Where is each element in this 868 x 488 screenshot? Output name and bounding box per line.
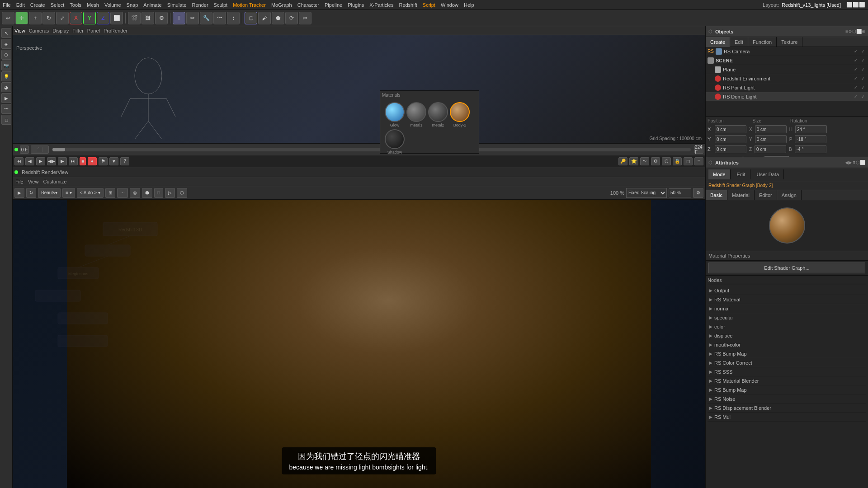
list-item[interactable]: Redshift Environment ✓ ✓ xyxy=(706,74,868,83)
node-rsbumpmap2[interactable]: ▶ RS Bump Map xyxy=(708,385,866,394)
y-axis[interactable]: Y xyxy=(83,12,96,24)
coord-z-size[interactable] xyxy=(755,145,786,153)
vis-icon[interactable]: ✓ xyxy=(853,66,859,73)
mat-tab-material[interactable]: Material xyxy=(727,190,755,200)
render-view-btn[interactable]: 🖼 xyxy=(142,12,154,24)
auto-key[interactable]: ⬛ xyxy=(31,145,49,154)
texture-view[interactable]: T xyxy=(173,12,185,24)
timeline-view[interactable]: ◻ xyxy=(684,157,693,165)
scale-percent-input[interactable] xyxy=(669,188,691,197)
menu-volume[interactable]: Volume xyxy=(104,2,121,8)
left-anim[interactable]: ▶ xyxy=(1,93,11,103)
render-play-btn[interactable]: ▶ xyxy=(14,188,24,198)
tab-panel[interactable]: Panel xyxy=(87,28,100,33)
mat-tab-editor[interactable]: Editor xyxy=(755,190,777,200)
menu-script[interactable]: Script xyxy=(423,2,435,8)
menu-snap[interactable]: Snap xyxy=(127,2,138,8)
go-start-btn[interactable]: ⏮ xyxy=(14,157,24,165)
render-extra3[interactable]: ⬡ xyxy=(177,188,187,198)
render-channel[interactable]: ≡ ▾ xyxy=(62,188,75,198)
vis-icon[interactable]: ✓ xyxy=(853,84,859,91)
render-extra1[interactable]: □ xyxy=(154,188,163,198)
undo-btn[interactable]: ↩ xyxy=(2,12,14,24)
beauty-select[interactable]: Beauty ▾ xyxy=(38,188,61,198)
left-obj[interactable]: ◈ xyxy=(1,39,11,49)
render-icon[interactable]: ✓ xyxy=(860,84,866,91)
curve-btn[interactable]: 〜 xyxy=(640,157,649,165)
left-sim[interactable]: 〜 xyxy=(1,104,11,114)
menu-motiontracker[interactable]: Motion Tracker xyxy=(233,2,266,8)
attr-tab-mode[interactable]: Mode xyxy=(708,169,731,179)
render-tab-customize[interactable]: Customize xyxy=(43,179,66,184)
objects-options-icon[interactable]: ≡⚙⬡⬜⊕ xyxy=(845,29,865,34)
prev-frame-btn[interactable]: ◀ xyxy=(25,157,34,165)
objects-tab-function[interactable]: Function xyxy=(748,37,777,47)
record-btn[interactable]: ● xyxy=(88,157,97,165)
objects-tab-texture[interactable]: Texture xyxy=(777,37,802,47)
hair-tool[interactable]: 〜 xyxy=(213,12,226,24)
coord-y-rot[interactable] xyxy=(795,135,826,143)
cube-icon[interactable]: ⬡ xyxy=(245,12,257,24)
node-displace[interactable]: ▶ displace xyxy=(708,331,866,340)
select-all[interactable]: ⬜ xyxy=(110,12,123,24)
knife-tool[interactable]: ✂ xyxy=(299,12,311,24)
node-normal[interactable]: ▶ normal xyxy=(708,304,866,313)
render-dots[interactable]: ⋯ xyxy=(117,188,128,198)
render-region[interactable]: 🎬 xyxy=(128,12,141,24)
menu-file[interactable]: File xyxy=(3,2,11,8)
coord-y-pos[interactable] xyxy=(715,135,746,143)
scale-btn[interactable]: ⤢ xyxy=(56,12,69,24)
tab-cameras[interactable]: Cameras xyxy=(29,28,49,33)
node-output[interactable]: ▶ Output xyxy=(708,286,866,295)
render-settings[interactable]: ⚙ xyxy=(155,12,168,24)
go-end-btn[interactable]: ⏭ xyxy=(69,157,78,165)
frame-end-input[interactable]: 224 F xyxy=(694,145,703,154)
coord-x-rot[interactable] xyxy=(795,125,827,133)
node-rsmul[interactable]: ▶ RS Mul xyxy=(708,413,866,422)
menu-mograph[interactable]: MoGraph xyxy=(271,2,292,8)
rotate-btn[interactable]: ↻ xyxy=(42,12,55,24)
timeline-settings[interactable]: ⚙ xyxy=(651,157,660,165)
viewport-inner[interactable]: Perspective Grid Spacing : 100000 cm 3 F xyxy=(13,35,705,143)
menu-sculpt[interactable]: Sculpt xyxy=(214,2,228,8)
loop-tool[interactable]: ⟳ xyxy=(285,12,298,24)
node-mouthcolor[interactable]: ▶ mouth-color xyxy=(708,340,866,349)
timeline-snap[interactable]: 🔒 xyxy=(673,157,682,165)
menu-xparticles[interactable]: X-Particles xyxy=(369,2,393,8)
tab-display[interactable]: Display xyxy=(52,28,69,33)
node-rssss[interactable]: ▶ RS SSS xyxy=(708,367,866,376)
menu-render[interactable]: Render xyxy=(192,2,208,8)
menu-window[interactable]: Window xyxy=(441,2,458,8)
frame-start-input[interactable]: 0 F xyxy=(20,145,29,154)
list-item[interactable]: SCENE ✓ ✓ xyxy=(706,56,868,65)
mat-tab-basic[interactable]: Basic xyxy=(706,190,727,200)
attr-tab-edit[interactable]: Edit xyxy=(732,169,750,179)
menu-create[interactable]: Create xyxy=(30,2,45,8)
objects-tab-edit[interactable]: Edit xyxy=(730,37,748,47)
render-icon[interactable]: ✓ xyxy=(860,48,866,55)
list-item[interactable]: RS Point Light ✓ ✓ xyxy=(706,83,868,92)
node-rscolorcorrect[interactable]: ▶ RS Color Correct xyxy=(708,358,866,367)
render-expand[interactable]: ⬢ xyxy=(142,188,152,198)
list-item[interactable]: RS RS Camera ✓ ✓ xyxy=(706,47,868,56)
attr-tab-userdata[interactable]: User Data xyxy=(752,169,784,179)
node-rsdispblender[interactable]: ▶ RS Displacement Blender xyxy=(708,404,866,413)
render-settings-btn[interactable]: ⚙ xyxy=(693,188,703,198)
node-rsmaterial[interactable]: ▶ RS Material xyxy=(708,295,866,304)
vis-icon[interactable]: ✓ xyxy=(853,94,859,100)
render-icon[interactable]: ✓ xyxy=(860,66,866,73)
node-color[interactable]: ▶ color xyxy=(708,322,866,331)
loop-btn[interactable]: ■ xyxy=(80,157,86,165)
bookmark-btn[interactable]: ♥ xyxy=(109,157,118,165)
help-btn[interactable]: ? xyxy=(120,157,129,165)
menu-edit[interactable]: Edit xyxy=(16,2,25,8)
add-btn[interactable]: + xyxy=(29,12,42,24)
render-auto[interactable]: < Auto > ▾ xyxy=(77,188,104,198)
swatch-metal1[interactable]: metal1 xyxy=(406,102,426,127)
render-icon[interactable]: ✓ xyxy=(860,75,866,82)
paint-tool[interactable]: ✏ xyxy=(186,12,199,24)
next-frame-btn[interactable]: ▶ xyxy=(58,157,67,165)
timeline-extra[interactable]: ⬡ xyxy=(662,157,671,165)
play-reverse-btn[interactable]: ◀▶ xyxy=(47,157,56,165)
render-main[interactable]: Redshift 3D Megtecans 因为我们错过了轻点的闪光瞄准器 be… xyxy=(13,200,705,488)
